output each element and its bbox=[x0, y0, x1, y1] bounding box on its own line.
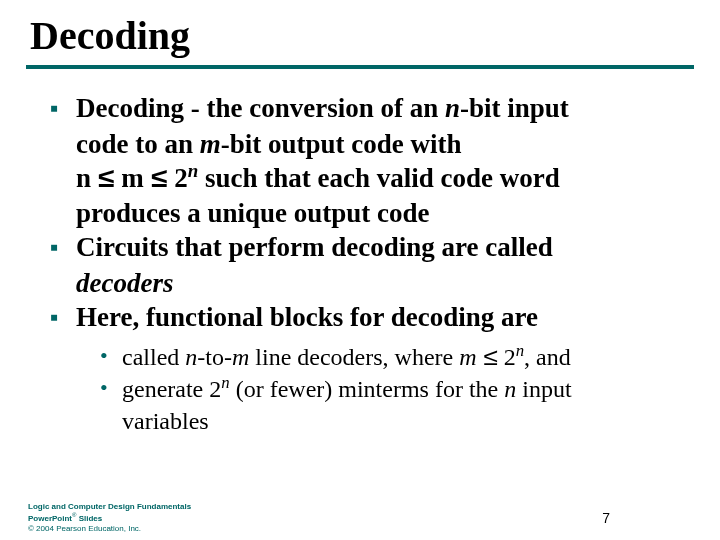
text: (or fewer) minterms for the bbox=[230, 376, 505, 402]
sub-2: generate 2n (or fewer) minterms for the … bbox=[100, 374, 720, 404]
bullet-2-text: Circuits that perform decoding are calle… bbox=[76, 230, 688, 265]
text: code to an bbox=[76, 129, 200, 159]
bullet-2-cont: decoders bbox=[76, 266, 688, 301]
bullet-1: Decoding - the conversion of an n-bit in… bbox=[50, 91, 688, 126]
text: , and bbox=[524, 344, 571, 370]
var-m: m bbox=[459, 344, 476, 370]
text: input bbox=[516, 376, 571, 402]
bullet-3: Here, functional blocks for decoding are bbox=[50, 300, 688, 335]
text: m bbox=[115, 163, 151, 193]
page-number: 7 bbox=[602, 510, 610, 526]
footer-line2: PowerPoint® Slides bbox=[28, 512, 191, 524]
text: n bbox=[76, 163, 98, 193]
text: called bbox=[122, 344, 185, 370]
text: 2 bbox=[498, 344, 516, 370]
leq-symbol: ≤ bbox=[150, 161, 169, 196]
square-bullet-icon bbox=[50, 230, 76, 264]
sub-2-text: generate 2n (or fewer) minterms for the … bbox=[122, 374, 720, 404]
bullet-1-cont3: produces a unique output code bbox=[76, 196, 688, 231]
var-m: m bbox=[232, 344, 249, 370]
footer-line3: © 2004 Pearson Education, Inc. bbox=[28, 524, 191, 534]
footer: Logic and Computer Design Fundamentals P… bbox=[28, 502, 191, 534]
leq-symbol: ≤ bbox=[482, 342, 499, 372]
square-bullet-icon bbox=[50, 91, 76, 125]
slide-title: Decoding bbox=[0, 0, 720, 63]
text: line decoders, where bbox=[249, 344, 459, 370]
sub-1: called n-to-m line decoders, where m ≤ 2… bbox=[100, 342, 720, 372]
text: - the conversion of an bbox=[191, 93, 445, 123]
slide: Decoding Decoding - the conversion of an… bbox=[0, 0, 720, 540]
leq-symbol: ≤ bbox=[97, 161, 116, 196]
text: 2 bbox=[167, 163, 187, 193]
dot-bullet-icon bbox=[100, 342, 122, 371]
bullet-2: Circuits that perform decoding are calle… bbox=[50, 230, 688, 265]
text: -bit input bbox=[460, 93, 569, 123]
var-m: m bbox=[200, 129, 221, 159]
bullet-1-cont: code to an m-bit output code with bbox=[76, 127, 688, 162]
var-n: n bbox=[185, 344, 197, 370]
bullet-3-text: Here, functional blocks for decoding are bbox=[76, 300, 688, 335]
text: generate 2 bbox=[122, 376, 221, 402]
text: PowerPoint bbox=[28, 514, 72, 523]
text: Slides bbox=[76, 514, 102, 523]
text: -bit output code with bbox=[221, 129, 462, 159]
text: Decoding bbox=[76, 93, 184, 123]
sub-1-text: called n-to-m line decoders, where m ≤ 2… bbox=[122, 342, 720, 372]
bullet-1-cont2: n ≤ m ≤ 2n such that each valid code wor… bbox=[76, 161, 688, 196]
text: such that each valid code word bbox=[198, 163, 560, 193]
sub-2-cont: variables bbox=[122, 406, 720, 436]
bullet-1-text: Decoding - the conversion of an n-bit in… bbox=[76, 91, 688, 126]
text: -to- bbox=[197, 344, 232, 370]
sup-n: n bbox=[516, 341, 524, 360]
square-bullet-icon bbox=[50, 300, 76, 334]
var-n: n bbox=[445, 93, 460, 123]
var-n: n bbox=[504, 376, 516, 402]
slide-body: Decoding - the conversion of an n-bit in… bbox=[0, 69, 720, 335]
sub-bullets: called n-to-m line decoders, where m ≤ 2… bbox=[0, 336, 720, 437]
sup-n: n bbox=[221, 373, 229, 392]
footer-line1: Logic and Computer Design Fundamentals bbox=[28, 502, 191, 512]
sup-n: n bbox=[188, 160, 199, 181]
dot-bullet-icon bbox=[100, 374, 122, 403]
